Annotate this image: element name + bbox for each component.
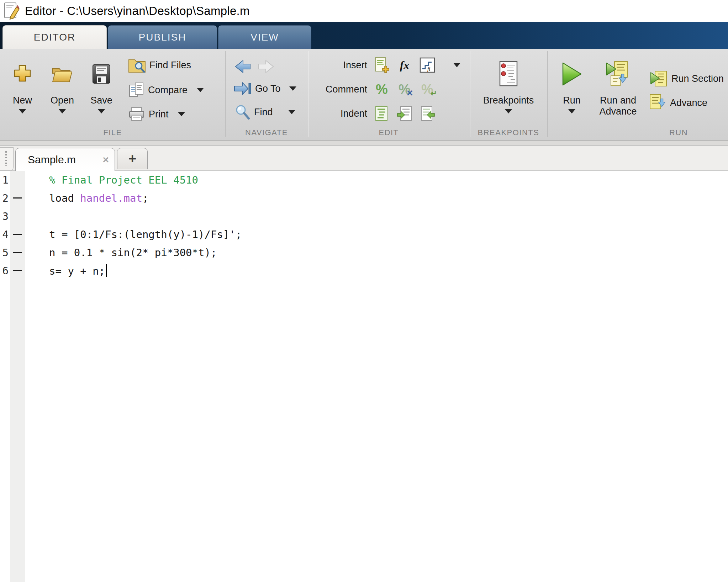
edit-document-icon: [4, 2, 20, 20]
comment-row: Comment % %✕ %↵: [308, 80, 436, 99]
go-to-label: Go To: [255, 83, 289, 94]
indent-left-button[interactable]: [419, 105, 436, 122]
save-button[interactable]: Save: [86, 53, 116, 113]
dropdown-arrow-icon[interactable]: [289, 86, 296, 91]
insert-script-button[interactable]: [374, 57, 390, 74]
dropdown-arrow-icon[interactable]: [288, 110, 295, 114]
smart-indent-button[interactable]: [374, 105, 390, 122]
code-line[interactable]: 6s= y + n;: [0, 261, 728, 280]
ribbon-toolbar: FILE NAVIGATE EDIT BREAKPOINTS RUN New O…: [0, 49, 728, 141]
open-button-label: Open: [51, 95, 74, 106]
code-text: s= y + n;: [25, 264, 107, 277]
indent-right-button[interactable]: [396, 105, 413, 122]
fx-icon: fx: [400, 59, 410, 72]
window-title: Editor - C:\Users\yinan\Desktop\Sample.m: [25, 4, 250, 18]
indent-row: Indent: [308, 104, 436, 123]
code-line[interactable]: 1% Final Project EEL 4510: [0, 171, 728, 189]
dropdown-arrow-icon[interactable]: [98, 109, 105, 113]
uncomment-percent-icon: %✕: [399, 83, 411, 96]
tab-grip-handle[interactable]: [0, 147, 14, 171]
ribbon-tab-editor[interactable]: EDITOR: [2, 25, 107, 49]
run-and-advance-icon: [606, 61, 630, 87]
uncomment-button[interactable]: %✕: [396, 81, 413, 98]
dropdown-arrow-icon[interactable]: [568, 109, 575, 113]
find-files-label: Find Files: [149, 60, 191, 71]
section-divider: [547, 51, 548, 137]
forward-arrow-icon[interactable]: [257, 59, 275, 74]
run-section-button[interactable]: Run Section: [650, 69, 724, 88]
code-line[interactable]: 2load handel.mat;: [0, 189, 728, 207]
find-files-button[interactable]: Find Files: [128, 56, 191, 74]
dropdown-arrow-icon[interactable]: [19, 109, 26, 113]
indent-right-icon: [397, 106, 412, 121]
code-line[interactable]: 4t = [0:1/Fs:(length(y)-1)/Fs]';: [0, 225, 728, 243]
tab-label: Sample.m: [28, 154, 76, 166]
compare-icon: [128, 81, 144, 99]
wrap-comments-button[interactable]: %↵: [419, 81, 436, 98]
dropdown-arrow-icon[interactable]: [178, 112, 185, 116]
insert-dropdown-arrow-icon[interactable]: [453, 63, 460, 67]
new-button-label: New: [13, 95, 32, 106]
advance-button[interactable]: Advance: [649, 94, 707, 112]
svg-text:fi: fi: [427, 66, 430, 72]
run-and-advance-button[interactable]: Run and Advance: [595, 53, 641, 117]
find-label: Find: [254, 107, 288, 118]
new-tab-button[interactable]: +: [117, 148, 148, 169]
run-section-label-text: Run Section: [671, 73, 724, 84]
go-to-icon: [234, 81, 252, 96]
code-text: t = [0:1/Fs:(length(y)-1)/Fs]';: [25, 228, 242, 240]
line-number: 4: [0, 228, 10, 240]
advance-icon: [649, 94, 666, 112]
code-text: load handel.mat;: [25, 192, 148, 204]
print-label: Print: [149, 109, 169, 120]
insert-function-icon: fi: [420, 57, 435, 73]
document-tab-bar: Sample.m × +: [0, 141, 728, 171]
dropdown-arrow-icon[interactable]: [59, 109, 66, 113]
breakpoints-section-label: BREAKPOINTS: [470, 128, 547, 137]
new-button[interactable]: New: [7, 53, 37, 113]
section-divider: [225, 51, 226, 137]
comment-button[interactable]: %: [374, 81, 390, 98]
executable-marker: [10, 234, 25, 235]
print-icon: [128, 107, 145, 122]
open-folder-icon: [51, 65, 73, 83]
ribbon-tab-strip: EDITOR PUBLISH VIEW: [0, 22, 728, 49]
text-cursor: [106, 264, 107, 277]
find-button[interactable]: Find: [235, 103, 295, 121]
tab-close-icon[interactable]: ×: [102, 154, 109, 166]
code-editor[interactable]: 1% Final Project EEL 45102load handel.ma…: [0, 171, 728, 582]
code-line[interactable]: 5n = 0.1 * sin(2* pi*300*t);: [0, 243, 728, 261]
new-plus-icon: [12, 63, 32, 85]
back-arrow-icon[interactable]: [234, 59, 252, 74]
title-bar: Editor - C:\Users\yinan\Desktop\Sample.m: [0, 0, 728, 22]
tab-sample-m[interactable]: Sample.m ×: [15, 148, 115, 171]
insert-function-button[interactable]: fi: [419, 57, 436, 74]
dropdown-arrow-icon[interactable]: [197, 88, 204, 92]
go-to-button[interactable]: Go To: [234, 79, 296, 98]
indent-left-icon: [420, 106, 435, 121]
code-line[interactable]: 3: [0, 207, 728, 225]
code-text: % Final Project EEL 4510: [25, 174, 198, 186]
navigate-section-label: NAVIGATE: [225, 128, 308, 137]
insert-row: Insert fx fi: [308, 56, 460, 74]
run-play-icon: [561, 61, 583, 87]
ribbon-tab-view[interactable]: VIEW: [218, 25, 311, 49]
executable-marker: [10, 197, 25, 199]
compare-button[interactable]: Compare: [128, 81, 204, 99]
breakpoints-button[interactable]: Breakpoints: [482, 53, 535, 113]
smart-indent-icon: [374, 106, 389, 121]
line-number: 5: [0, 247, 10, 259]
file-section-label: FILE: [0, 128, 225, 137]
wrap-comments-icon: %↵: [421, 83, 433, 96]
insert-fx-button[interactable]: fx: [396, 57, 413, 74]
print-button[interactable]: Print: [128, 105, 185, 123]
dropdown-arrow-icon[interactable]: [505, 109, 512, 113]
edit-section-label: EDIT: [308, 128, 470, 137]
run-section-icon: [650, 70, 668, 88]
open-button[interactable]: Open: [47, 53, 77, 113]
insert-script-icon: [374, 57, 390, 73]
ribbon-tab-publish[interactable]: PUBLISH: [108, 25, 217, 49]
run-button[interactable]: Run: [556, 53, 587, 113]
line-number: 2: [0, 192, 10, 204]
run-label: Run: [563, 95, 581, 106]
